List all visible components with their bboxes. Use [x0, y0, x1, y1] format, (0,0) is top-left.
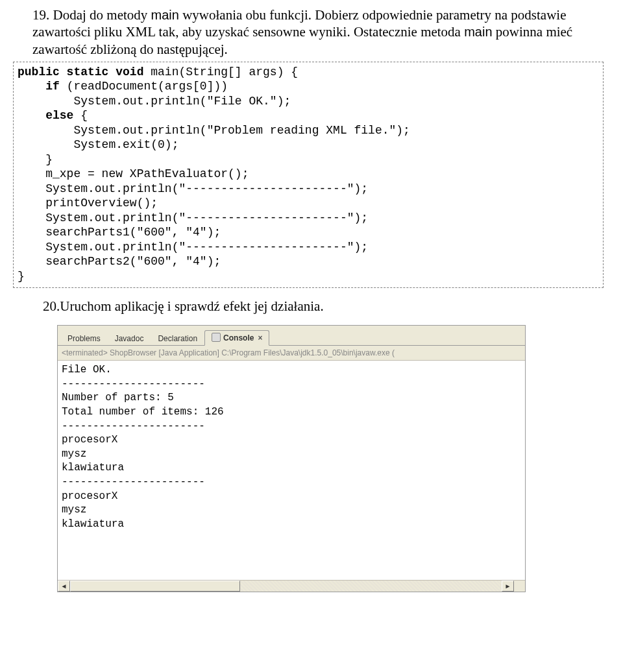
close-icon[interactable]: × [258, 333, 262, 342]
tab-declaration[interactable]: Declaration [151, 331, 204, 346]
scroll-left-button[interactable]: ◄ [58, 581, 70, 592]
scroll-right-button[interactable]: ► [502, 581, 514, 592]
text: Dodaj do metody [53, 7, 151, 23]
ide-panel: Problems Javadoc Declaration Console× <t… [57, 325, 526, 592]
tab-problems[interactable]: Problems [60, 331, 108, 346]
code-block: public static void main(String[] args) {… [13, 62, 604, 289]
code-inline: main [151, 8, 179, 22]
instruction-20: 20. Uruchom aplikację i sprawdź efekt je… [47, 298, 604, 315]
step-number: 20. [43, 298, 60, 315]
instruction-19: 19. Dodaj do metody main wywołania obu f… [32, 6, 604, 58]
tab-javadoc[interactable]: Javadoc [108, 331, 151, 346]
scroll-track[interactable] [70, 581, 502, 592]
tab-bar: Problems Javadoc Declaration Console× [58, 326, 525, 346]
text: Uruchom aplikację i sprawdź efekt jej dz… [60, 298, 323, 314]
tab-console[interactable]: Console× [204, 330, 269, 346]
step-number: 19. [32, 7, 53, 23]
code-inline: main [464, 25, 492, 39]
scrollbar-corner [514, 581, 525, 592]
scroll-thumb[interactable] [70, 581, 240, 592]
terminated-line: <terminated> ShopBrowser [Java Applicati… [58, 346, 525, 361]
horizontal-scrollbar[interactable]: ◄ ► [58, 580, 525, 592]
console-icon [212, 333, 221, 342]
console-output: File OK. ----------------------- Number … [58, 361, 525, 580]
